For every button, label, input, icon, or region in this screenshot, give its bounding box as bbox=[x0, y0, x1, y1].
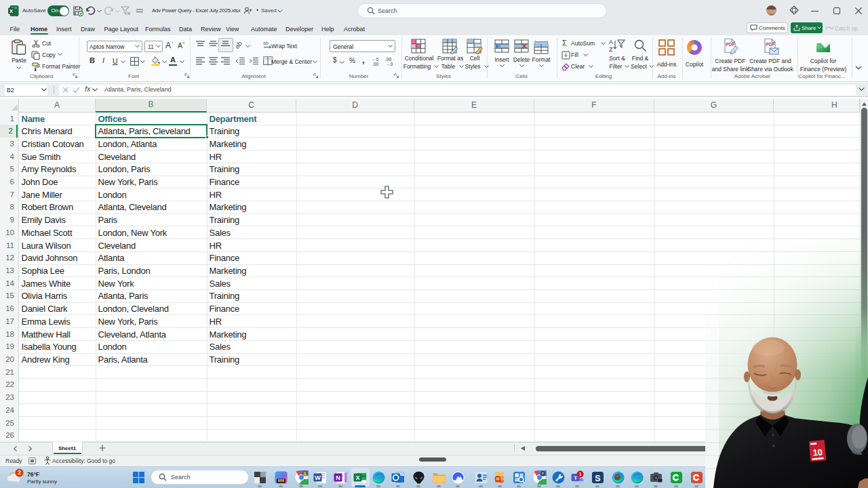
svg-text:X: X bbox=[355, 474, 359, 481]
svg-text:Z: Z bbox=[609, 46, 613, 53]
svg-text:A: A bbox=[609, 39, 613, 45]
svg-text:PDF: PDF bbox=[726, 42, 735, 47]
svg-text:2: 2 bbox=[18, 469, 21, 476]
svg-text:W: W bbox=[315, 474, 321, 481]
svg-text:X: X bbox=[9, 8, 14, 14]
svg-text:PDF: PDF bbox=[766, 42, 775, 47]
svg-text:.00: .00 bbox=[372, 62, 378, 66]
svg-text:1: 1 bbox=[578, 471, 581, 477]
svg-text:N: N bbox=[336, 474, 340, 481]
svg-text:ab: ab bbox=[236, 40, 243, 49]
svg-text:MINI: MINI bbox=[277, 479, 284, 483]
svg-text:10: 10 bbox=[812, 447, 823, 458]
svg-text:S: S bbox=[595, 474, 600, 483]
svg-text:T: T bbox=[574, 475, 577, 481]
svg-text:→0: →0 bbox=[386, 62, 393, 66]
svg-text:ab: ab bbox=[263, 41, 269, 45]
